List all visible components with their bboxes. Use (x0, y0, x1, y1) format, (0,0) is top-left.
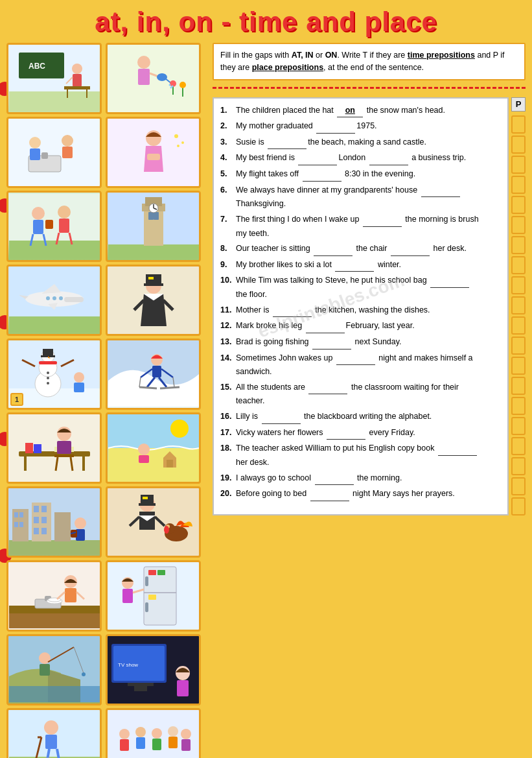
svg-rect-90 (152, 366, 161, 377)
svg-rect-7 (64, 86, 90, 89)
p-box-12 (511, 337, 526, 355)
ex-num-10: 10. (220, 274, 236, 287)
blank-7-1 (363, 213, 402, 227)
svg-rect-124 (19, 522, 23, 527)
svg-rect-126 (34, 506, 39, 512)
svg-rect-115 (139, 455, 149, 463)
svg-rect-29 (62, 147, 73, 158)
image-kids-sink (6, 117, 102, 188)
svg-point-188 (44, 720, 58, 735)
svg-rect-151 (9, 613, 100, 628)
svg-point-79 (49, 353, 52, 356)
img-row-9: TV show (6, 634, 207, 705)
svg-rect-46 (45, 220, 53, 229)
svg-rect-128 (34, 517, 39, 523)
svg-rect-131 (41, 528, 47, 534)
blank-11-1 (273, 303, 312, 318)
svg-rect-184 (177, 680, 189, 696)
svg-rect-172 (9, 686, 100, 702)
svg-point-133 (75, 517, 86, 529)
p-box-13 (511, 357, 526, 375)
blank-1-1: on (337, 104, 363, 118)
ex-num-15: 15. (220, 381, 236, 394)
image-teacher-desk (6, 412, 102, 484)
svg-rect-48 (108, 244, 199, 259)
ex-text-3: Susie is the beach, making a sand castle… (236, 136, 501, 150)
svg-rect-68 (148, 277, 154, 279)
exercises-list: 1. The children placed the hat on the sn… (220, 104, 501, 501)
svg-point-28 (62, 135, 73, 147)
exercise-9: 9. My brother likes to ski a lot winter. (220, 258, 501, 272)
instructions-box: Fill in the gaps with AT, IN or ON. Writ… (213, 43, 526, 80)
p-box-17 (511, 437, 526, 455)
ex-text-11: Mother is the kitchen, washing the dishe… (236, 303, 501, 318)
p-box-14 (511, 377, 526, 395)
svg-point-14 (157, 73, 167, 81)
svg-rect-157 (65, 588, 76, 602)
blank-3-1 (268, 136, 306, 150)
svg-rect-129 (41, 517, 47, 523)
p-box-7 (511, 236, 526, 254)
image-beach (106, 412, 201, 484)
svg-point-82 (47, 377, 49, 379)
svg-rect-37 (9, 241, 100, 259)
p-box-16 (511, 417, 526, 435)
svg-rect-186 (9, 711, 100, 757)
image-group-children (106, 708, 201, 758)
ex-text-9: My brother likes to ski a lot winter. (236, 258, 501, 272)
blank-10-1 (430, 274, 469, 288)
svg-point-81 (47, 372, 49, 374)
svg-rect-165 (148, 570, 156, 575)
p-box-11 (511, 316, 526, 335)
ex-text-17: Vicky waters her flowers every Friday. (236, 426, 501, 440)
svg-rect-107 (57, 441, 71, 454)
img-row-6 (6, 412, 207, 484)
svg-rect-112 (108, 448, 199, 480)
ex-text-2: My mother graduated 1975. (236, 119, 501, 134)
svg-rect-25 (41, 152, 48, 159)
image-pilgrim-turkey (106, 486, 201, 558)
svg-rect-39 (33, 220, 43, 234)
svg-rect-12 (138, 69, 150, 85)
blank-8-1 (314, 242, 353, 256)
exercise-2: 2. My mother graduated 1975. (220, 119, 501, 134)
svg-point-114 (138, 444, 150, 455)
svg-line-97 (139, 387, 157, 388)
p-box-15 (511, 397, 526, 415)
exercise-8: 8. Our teacher is sitting the chair her … (220, 242, 501, 256)
page-title: at, in, on - time and place (0, 0, 532, 43)
ex-num-13: 13. (220, 335, 236, 349)
ex-num-16: 16. (220, 410, 236, 423)
badge-1: 1 (10, 393, 23, 406)
svg-text:ABC: ABC (29, 62, 45, 71)
svg-rect-141 (143, 497, 148, 499)
p-box-9 (511, 276, 526, 294)
svg-point-205 (181, 729, 191, 739)
svg-rect-10 (108, 46, 199, 111)
blank-19-1 (315, 471, 354, 486)
exercise-10: 10. While Tim was talking to Steve, he p… (220, 274, 501, 301)
ex-text-18: The teacher asked William to put his Eng… (236, 442, 501, 469)
ex-num-8: 8. (220, 242, 236, 255)
ex-text-20: Before going to bed night Mary says her … (236, 487, 501, 501)
ex-text-12: Mark broke his leg February, last year. (236, 319, 501, 333)
svg-rect-123 (14, 522, 18, 527)
p-box-1 (511, 115, 526, 134)
exercise-7: 7. The first thing I do when I wake up t… (220, 213, 501, 240)
p-box-20 (511, 497, 526, 515)
svg-rect-189 (45, 735, 57, 749)
blank-14-1 (336, 351, 375, 366)
blank-18-1 (438, 442, 477, 456)
svg-point-83 (47, 382, 49, 385)
svg-rect-127 (41, 506, 47, 512)
img-row-1: ABC (6, 43, 207, 114)
svg-rect-169 (122, 589, 133, 603)
image-fridge (106, 560, 201, 632)
svg-rect-202 (152, 739, 161, 750)
ex-num-9: 9. (220, 258, 236, 272)
svg-line-98 (160, 387, 179, 388)
ex-text-4: My best friend is London a business trip… (236, 151, 501, 165)
svg-point-4 (72, 64, 82, 74)
image-kitchen (6, 560, 102, 632)
image-child-outdoor (6, 708, 102, 758)
